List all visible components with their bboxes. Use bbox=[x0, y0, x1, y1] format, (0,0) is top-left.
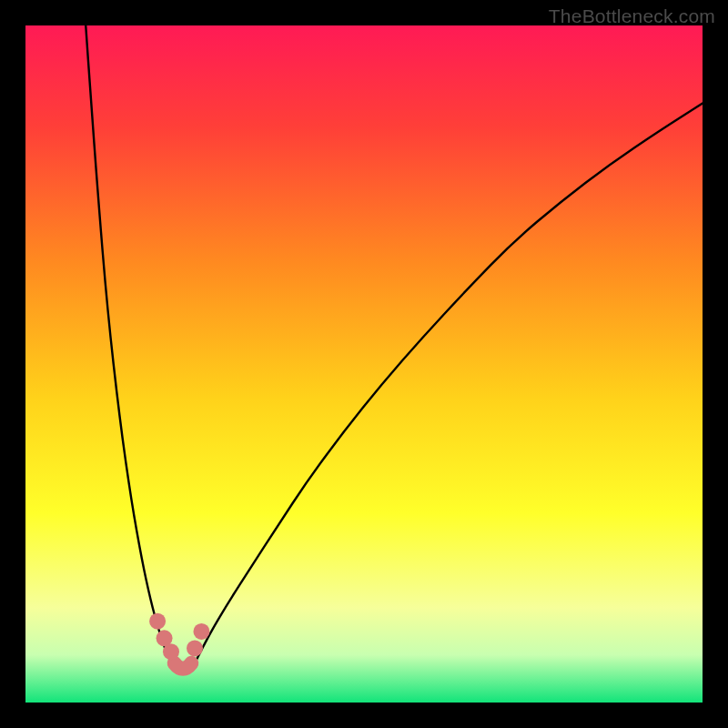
data-point-3 bbox=[187, 640, 203, 656]
data-point-4 bbox=[193, 623, 209, 640]
data-point-2 bbox=[163, 643, 179, 660]
minimum-cap bbox=[175, 663, 192, 669]
chart-plot-area bbox=[25, 25, 703, 703]
chart-minimum-band bbox=[175, 663, 192, 669]
chart-svg bbox=[25, 25, 703, 703]
chart-background-gradient bbox=[25, 25, 703, 703]
chart-frame: TheBottleneck.com bbox=[0, 0, 728, 728]
watermark-text: TheBottleneck.com bbox=[549, 5, 715, 27]
data-point-0 bbox=[149, 613, 166, 630]
